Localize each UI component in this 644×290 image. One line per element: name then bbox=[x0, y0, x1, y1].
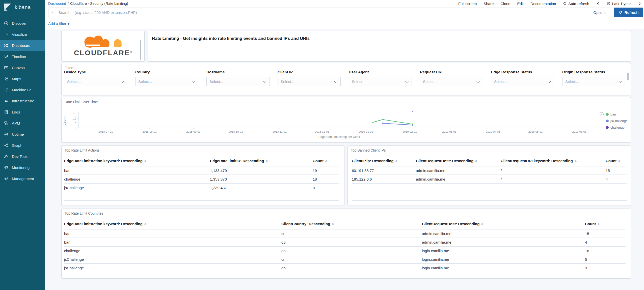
table-row: jsChallengecnlogin.camilia.me5 bbox=[64, 255, 626, 264]
table-cell: ban bbox=[64, 166, 210, 175]
sidebar-item-discover[interactable]: Discover bbox=[0, 18, 45, 29]
top-menu: Full screenShareCloneEditDocumentationAu… bbox=[458, 2, 641, 6]
sidebar-item-apm[interactable]: APM bbox=[0, 118, 45, 129]
chevron-right-icon bbox=[638, 2, 641, 6]
panel-scrollbar[interactable] bbox=[627, 73, 629, 80]
table-cell: 19 bbox=[313, 166, 339, 175]
table-cell: 8 bbox=[313, 183, 339, 192]
table-cell: 1,353,870 bbox=[210, 175, 313, 183]
panel-scrollbar[interactable] bbox=[140, 40, 141, 60]
column-header-label: EdgeRateLimitAction.keyword: Descending bbox=[64, 222, 143, 226]
legend-item-challenge[interactable]: challenge bbox=[606, 124, 628, 131]
table-cell: gb bbox=[281, 264, 422, 272]
filter-select-edge-response-status[interactable]: Select... bbox=[491, 77, 554, 86]
table-header-row: EdgeRateLimitAction.keyword: DescendingE… bbox=[64, 157, 339, 166]
top-rate-limit-countries-panel: Top Rate Limit Countries EdgeRateLimitAc… bbox=[61, 209, 631, 279]
sidebar-item-graph[interactable]: Graph bbox=[0, 140, 45, 151]
kibana-logo[interactable]: kibana bbox=[0, 0, 45, 15]
filter-label: Hostname bbox=[206, 70, 278, 74]
sidebar-item-label: Canvas bbox=[12, 66, 25, 70]
sidebar-item-timelion[interactable]: Timelion bbox=[0, 51, 45, 62]
top-menu-label: Clone bbox=[500, 2, 510, 6]
description-panel: Rate Limiting - Get insights into rate l… bbox=[148, 31, 631, 62]
legend-dot-icon bbox=[606, 113, 609, 116]
table-cell bbox=[64, 192, 339, 200]
table-cell: 18 bbox=[585, 246, 626, 255]
top-menu-last-1-year[interactable]: Last 1 year bbox=[607, 2, 631, 6]
filter-group-user-agent: User AgentSelect... bbox=[349, 70, 420, 86]
table-cell: 4 bbox=[606, 175, 627, 183]
filter-select-country[interactable]: Select... bbox=[135, 77, 198, 86]
column-header[interactable]: ClientRequestURI.keyword: Descending bbox=[501, 157, 606, 166]
legend-item-ban[interactable]: ban bbox=[606, 111, 628, 118]
top-menu-clone[interactable]: Clone bbox=[500, 2, 510, 6]
filter-select-origin-response-status[interactable]: Select... bbox=[562, 77, 625, 86]
panel-title: Filters bbox=[65, 66, 74, 70]
top-menu-documentation[interactable]: Documentation bbox=[530, 2, 556, 6]
sidebar-item-visualize[interactable]: Visualize bbox=[0, 29, 45, 40]
refresh-button[interactable]: Refresh bbox=[614, 8, 643, 17]
top-menu-full-screen[interactable]: Full screen bbox=[458, 2, 477, 6]
plus-icon: + bbox=[67, 21, 70, 26]
top-menu-chevron-left[interactable] bbox=[596, 2, 600, 6]
sidebar-item-machine-le[interactable]: Machine Le... bbox=[0, 84, 45, 95]
top-menu-share[interactable]: Share bbox=[484, 2, 494, 6]
filter-select-request-uri[interactable]: Select... bbox=[420, 77, 483, 86]
visualize-icon bbox=[4, 32, 9, 37]
sidebar-item-label: Dashboard bbox=[12, 43, 30, 48]
column-header-label: ClientIP.ip: Descending bbox=[352, 159, 394, 163]
column-header[interactable]: EdgeRateLimitAction.keyword: Descending bbox=[64, 220, 281, 229]
search-placeholder: Search... (e.g. status:200 AND extension… bbox=[59, 10, 137, 15]
sidebar-item-infrastructure[interactable]: Infrastructure bbox=[0, 95, 45, 106]
column-header[interactable]: ClientRequestHost: Descending bbox=[422, 220, 585, 229]
sidebar-item-logs[interactable]: Logs bbox=[0, 106, 45, 118]
sort-icon bbox=[618, 159, 620, 163]
dev-tools-icon bbox=[4, 154, 9, 159]
legend-item-jsChallenge[interactable]: jsChallenge bbox=[606, 118, 628, 124]
sidebar-item-label: APM bbox=[12, 121, 20, 125]
filter-label: Request URI bbox=[420, 70, 491, 74]
sidebar-item-dashboard[interactable]: Dashboard bbox=[0, 40, 45, 51]
sidebar-item-management[interactable]: Management bbox=[0, 173, 45, 184]
sidebar-item-dev-tools[interactable]: Dev Tools bbox=[0, 151, 45, 162]
top-menu-chevron-right[interactable] bbox=[638, 2, 641, 6]
top-menu-edit[interactable]: Edit bbox=[517, 2, 524, 6]
column-header-label: ClientRequestHost: Descending bbox=[422, 222, 479, 226]
svg-text:2019-02-01: 2019-02-01 bbox=[402, 130, 417, 133]
filter-select-user-agent[interactable]: Select... bbox=[349, 77, 412, 86]
column-header[interactable]: ClientCountry: Descending bbox=[281, 220, 422, 229]
column-header[interactable]: ClientRequestHost: Descending bbox=[416, 157, 501, 166]
sidebar-item-uptime[interactable]: Uptime bbox=[0, 129, 45, 140]
discover-icon bbox=[4, 21, 9, 26]
breadcrumb-dashboard-link[interactable]: Dashboard bbox=[48, 2, 66, 6]
sidebar-item-maps[interactable]: Maps bbox=[0, 73, 45, 84]
column-header[interactable]: Count bbox=[313, 157, 339, 166]
sidebar-item-label: Maps bbox=[12, 77, 21, 81]
column-header[interactable]: EdgeRateLimitAction.keyword: Descending bbox=[64, 157, 210, 166]
column-header[interactable]: ClientIP.ip: Descending bbox=[352, 157, 416, 166]
column-header[interactable]: Count bbox=[585, 220, 626, 229]
search-input[interactable]: >_ Search... (e.g. status:200 AND extens… bbox=[48, 8, 611, 17]
top-menu-label: Documentation bbox=[530, 2, 556, 6]
top-rate-limit-countries-table: EdgeRateLimitAction.keyword: DescendingC… bbox=[64, 220, 626, 272]
sidebar-item-monitoring[interactable]: Monitoring bbox=[0, 162, 45, 173]
top-menu-auto-refresh[interactable]: Auto-refresh bbox=[563, 2, 589, 6]
table-row-empty bbox=[64, 192, 339, 200]
options-link[interactable]: Options bbox=[593, 10, 606, 15]
table-cell: admin.camilia.me bbox=[422, 238, 585, 246]
chevron-down-icon bbox=[548, 80, 551, 83]
add-filter-link[interactable]: Add a filter + bbox=[48, 21, 70, 26]
filter-group-country: CountrySelect... bbox=[135, 70, 206, 86]
column-header[interactable]: Count bbox=[606, 157, 627, 166]
sidebar-item-canvas[interactable]: Canvas bbox=[0, 62, 45, 73]
filter-select-client-ip[interactable]: Select... bbox=[278, 77, 341, 86]
filter-select-hostname[interactable]: Select... bbox=[206, 77, 270, 86]
filter-select-device-type[interactable]: Select... bbox=[64, 77, 127, 86]
column-header[interactable]: EdgeRateLimitID: Descending bbox=[210, 157, 313, 166]
management-icon bbox=[4, 176, 9, 181]
legend-toggle-icon[interactable]: › bbox=[600, 112, 604, 116]
svg-text:0: 0 bbox=[75, 126, 76, 129]
svg-text:Count: Count bbox=[63, 117, 66, 126]
sidebar-item-label: Machine Le... bbox=[12, 88, 35, 92]
filter-group-client-ip: Client IPSelect... bbox=[278, 70, 349, 86]
